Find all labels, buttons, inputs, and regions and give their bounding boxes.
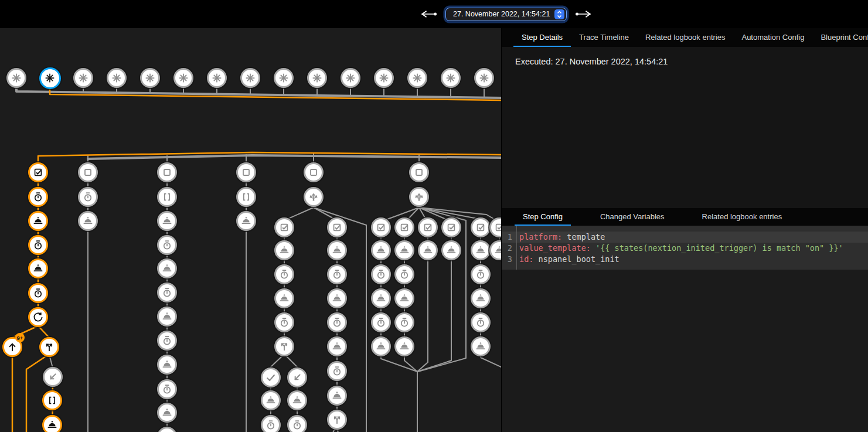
node-timer[interactable] [157, 379, 177, 399]
node-asterisk[interactable] [240, 68, 260, 88]
node-timer[interactable] [274, 264, 294, 284]
node-dome[interactable] [394, 240, 414, 260]
node-dome[interactable] [327, 240, 347, 260]
node-dome[interactable] [28, 211, 48, 231]
node-square[interactable] [304, 162, 324, 182]
tab-step-config[interactable]: Step Config [515, 208, 571, 226]
node-timer[interactable] [371, 264, 391, 284]
node-asterisk[interactable] [39, 67, 61, 89]
node-dome[interactable] [471, 288, 491, 308]
node-asterisk[interactable] [474, 68, 494, 88]
node-dome[interactable] [28, 258, 48, 278]
node-timer[interactable] [327, 361, 347, 381]
node-call-split[interactable] [327, 410, 347, 430]
node-timer[interactable] [394, 312, 414, 332]
node-timer[interactable] [327, 312, 347, 332]
node-timer[interactable] [371, 312, 391, 332]
node-dome[interactable] [418, 240, 438, 260]
node-checkbox[interactable] [471, 217, 491, 237]
previous-run-button[interactable] [420, 9, 438, 19]
node-refresh[interactable] [28, 307, 48, 327]
step-config-yaml-editor[interactable]: 1platform: template2value_template: '{{ … [502, 226, 868, 270]
node-timer[interactable] [28, 187, 48, 207]
node-asterisk[interactable] [274, 68, 294, 88]
tab-automation-config[interactable]: Automation Config [733, 28, 812, 47]
tab-blueprint-config[interactable]: Blueprint Config [812, 28, 868, 47]
node-square[interactable] [236, 162, 256, 182]
node-call-split[interactable] [274, 336, 294, 356]
node-dome[interactable] [157, 355, 177, 375]
node-brackets[interactable] [157, 187, 177, 207]
node-dome[interactable] [274, 288, 294, 308]
node-timer[interactable] [261, 415, 281, 432]
node-timer[interactable] [287, 415, 307, 432]
node-choose[interactable] [409, 187, 429, 207]
node-dome[interactable] [371, 240, 391, 260]
node-square[interactable] [409, 162, 429, 182]
node-dome[interactable] [471, 240, 491, 260]
node-arrow-up[interactable]: 9+ [2, 337, 22, 357]
node-checkbox[interactable] [327, 217, 347, 237]
node-dome[interactable] [274, 240, 294, 260]
node-dome[interactable] [236, 211, 256, 231]
node-dome[interactable] [327, 386, 347, 406]
node-timer[interactable] [471, 312, 491, 332]
node-asterisk[interactable] [207, 68, 227, 88]
node-asterisk[interactable] [307, 68, 327, 88]
node-asterisk[interactable] [441, 68, 461, 88]
node-timer[interactable] [471, 264, 491, 284]
tab-changed-variables[interactable]: Changed Variables [592, 208, 673, 226]
node-dome[interactable] [327, 288, 347, 308]
node-timer[interactable] [327, 264, 347, 284]
node-checkbox[interactable] [28, 162, 48, 182]
tab-step-details[interactable]: Step Details [513, 28, 571, 47]
node-timer[interactable] [78, 187, 98, 207]
node-checkbox[interactable] [418, 217, 438, 237]
node-asterisk[interactable] [107, 68, 127, 88]
node-dome[interactable] [394, 336, 414, 356]
node-dome[interactable] [261, 390, 281, 410]
run-datetime-select[interactable]: 27. November 2022, 14:54:21 [445, 8, 567, 21]
node-checkbox[interactable] [441, 217, 461, 237]
node-square[interactable] [157, 162, 177, 182]
node-timer[interactable] [157, 283, 177, 302]
node-timer[interactable] [157, 235, 177, 255]
node-asterisk[interactable] [407, 68, 427, 88]
node-asterisk[interactable] [73, 68, 93, 88]
node-dome[interactable] [157, 258, 177, 278]
node-dome[interactable] [441, 240, 461, 260]
node-arrow-bottom-left[interactable] [287, 368, 307, 387]
tab-related-logbook-entries[interactable]: Related logbook entries [637, 28, 734, 47]
node-asterisk[interactable] [173, 68, 193, 88]
next-run-button[interactable] [574, 9, 593, 19]
node-brackets[interactable] [42, 390, 62, 410]
tab-related-logbook-entries-2[interactable]: Related logbook entries [694, 208, 791, 226]
node-dome[interactable] [157, 211, 177, 231]
node-asterisk[interactable] [140, 68, 160, 88]
node-arrow-bottom-left[interactable] [43, 367, 63, 387]
node-dome[interactable] [78, 211, 98, 231]
node-asterisk[interactable] [341, 68, 360, 88]
node-checkbox[interactable] [274, 217, 294, 237]
node-checkbox[interactable] [371, 217, 391, 237]
node-dome[interactable] [287, 390, 307, 410]
node-dome[interactable] [371, 288, 391, 308]
node-timer[interactable] [28, 283, 48, 303]
node-dome[interactable] [157, 307, 177, 326]
node-dome[interactable] [371, 336, 391, 356]
node-checkbox[interactable] [394, 217, 414, 237]
tab-trace-timeline[interactable]: Trace Timeline [571, 28, 637, 47]
node-check[interactable] [261, 368, 281, 387]
node-dome[interactable] [471, 336, 491, 356]
node-timer[interactable] [28, 235, 48, 255]
node-asterisk[interactable] [6, 68, 26, 88]
node-dome[interactable] [327, 336, 347, 356]
node-timer[interactable] [157, 331, 177, 351]
node-square[interactable] [78, 162, 98, 182]
node-brackets[interactable] [236, 187, 256, 207]
node-dome[interactable] [157, 403, 177, 423]
node-call-split[interactable] [39, 337, 59, 357]
node-timer[interactable] [274, 312, 294, 332]
node-dome[interactable] [42, 415, 62, 432]
node-timer[interactable] [394, 264, 414, 284]
